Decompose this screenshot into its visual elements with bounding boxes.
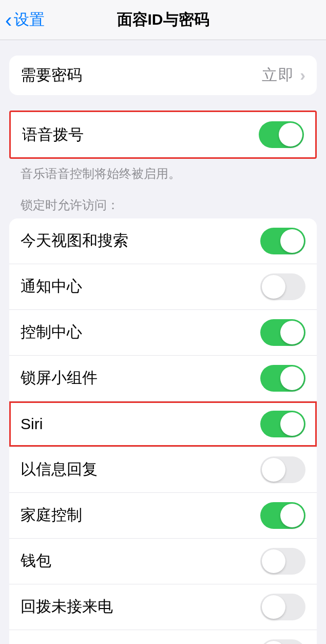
- row-lockscreen-item[interactable]: 钱包: [9, 538, 317, 584]
- row-label: 通知中心: [21, 276, 82, 297]
- row-label: 今天视图和搜索: [21, 230, 128, 251]
- chevron-right-icon: ›: [300, 66, 305, 85]
- row-label: 以信息回复: [21, 459, 98, 480]
- row-label: USB配件: [21, 642, 83, 644]
- row-lockscreen-item[interactable]: 锁屏小组件: [9, 355, 317, 401]
- toggle[interactable]: [260, 319, 305, 346]
- row-lockscreen-item[interactable]: Siri: [9, 401, 317, 447]
- row-lockscreen-item[interactable]: 回拨未接来电: [9, 584, 317, 630]
- back-label: 设置: [14, 9, 45, 30]
- row-voice-dial[interactable]: 语音拨号: [11, 112, 315, 157]
- row-lockscreen-item[interactable]: 今天视图和搜索: [9, 218, 317, 264]
- chevron-left-icon: ‹: [5, 12, 12, 28]
- navbar: ‹ 设置 面容ID与密码: [0, 0, 326, 40]
- row-lockscreen-item[interactable]: USB配件: [9, 630, 317, 644]
- row-label: 家庭控制: [21, 505, 82, 526]
- row-lockscreen-item[interactable]: 以信息回复: [9, 447, 317, 492]
- row-label: 回拨未接来电: [21, 596, 113, 617]
- row-label: Siri: [21, 415, 43, 433]
- group-lockscreen-access: 今天视图和搜索通知中心控制中心锁屏小组件Siri以信息回复家庭控制钱包回拨未接来…: [9, 218, 317, 644]
- row-label: 控制中心: [21, 322, 82, 343]
- row-label: 锁屏小组件: [21, 367, 98, 389]
- toggle[interactable]: [260, 365, 305, 392]
- row-label: 钱包: [21, 550, 51, 572]
- toggle[interactable]: [260, 639, 305, 644]
- page-title: 面容ID与密码: [117, 9, 209, 30]
- row-label: 需要密码: [21, 65, 82, 86]
- voice-dial-footer: 音乐语音控制将始终被启用。: [9, 159, 317, 182]
- group-require-passcode: 需要密码 立即 ›: [9, 56, 317, 95]
- toggle[interactable]: [260, 594, 305, 620]
- toggle[interactable]: [260, 411, 305, 437]
- toggle[interactable]: [260, 502, 305, 529]
- toggle[interactable]: [260, 548, 305, 575]
- group-voice-dial: 语音拨号: [9, 111, 317, 159]
- lockscreen-header: 锁定时允许访问：: [9, 182, 317, 218]
- toggle[interactable]: [260, 228, 305, 254]
- row-lockscreen-item[interactable]: 家庭控制: [9, 492, 317, 538]
- back-button[interactable]: ‹ 设置: [5, 9, 45, 30]
- row-value: 立即: [262, 65, 295, 86]
- toggle[interactable]: [260, 456, 305, 483]
- row-lockscreen-item[interactable]: 通知中心: [9, 264, 317, 309]
- toggle-voice-dial[interactable]: [259, 121, 304, 148]
- row-require-passcode[interactable]: 需要密码 立即 ›: [9, 56, 317, 95]
- row-lockscreen-item[interactable]: 控制中心: [9, 309, 317, 355]
- toggle[interactable]: [260, 273, 305, 300]
- row-label: 语音拨号: [22, 124, 84, 145]
